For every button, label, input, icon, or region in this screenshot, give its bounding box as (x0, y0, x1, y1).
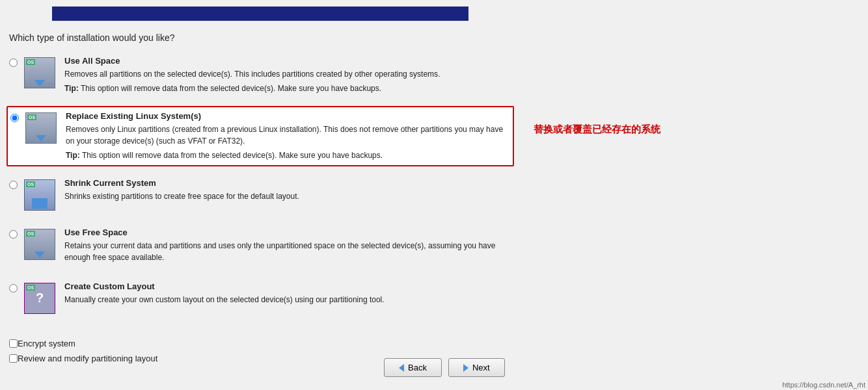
watermark: https://blog.csdn.net/A_rht (782, 381, 865, 389)
question-label: Which type of installation would you lik… (7, 32, 514, 43)
option-desc-use-free-space: Retains your current data and partitions… (64, 240, 510, 263)
icon-shrink-current: OS (23, 178, 57, 212)
encrypt-system-label[interactable]: Encrypt system (9, 339, 514, 348)
option-row-create-custom: OS?Create Custom LayoutManually create y… (7, 278, 514, 319)
option-title-shrink-current: Shrink Current System (64, 178, 510, 188)
back-arrow-icon (399, 364, 404, 372)
option-tip-replace-existing: Tip: This option will remove data from t… (66, 150, 509, 161)
option-title-create-custom: Create Custom Layout (64, 281, 510, 291)
main-container: Which type of installation would you lik… (0, 6, 521, 384)
radio-shrink-current[interactable] (9, 181, 18, 189)
icon-replace-existing: OS (24, 111, 58, 145)
annotation-text: 替换或者覆盖已经存在的系统 (534, 124, 660, 136)
option-row-use-all-space: OSUse All SpaceRemoves all partitions on… (7, 52, 514, 98)
option-desc-replace-existing: Removes only Linux partitions (created f… (66, 124, 509, 147)
options-container: OSUse All SpaceRemoves all partitions on… (7, 52, 514, 319)
radio-use-free-space[interactable] (9, 230, 18, 239)
radio-create-custom[interactable] (9, 284, 18, 292)
option-row-shrink-current: OSShrink Current SystemShrinks existing … (7, 174, 514, 216)
option-content-replace-existing: Replace Existing Linux System(s)Removes … (66, 111, 509, 161)
option-content-use-all-space: Use All SpaceRemoves all partitions on t… (64, 56, 510, 94)
option-desc-create-custom: Manually create your own custom layout o… (64, 294, 510, 306)
option-tip-use-all-space: Tip: This option will remove data from t… (64, 83, 510, 94)
option-desc-use-all-space: Removes all partitions on the selected d… (64, 68, 510, 80)
back-label: Back (408, 363, 427, 372)
option-content-create-custom: Create Custom LayoutManually create your… (64, 281, 510, 308)
icon-use-all-space: OS (23, 56, 57, 90)
buttons-row: Back Next (384, 358, 505, 377)
review-partitioning-text: Review and modify partitioning layout (18, 354, 157, 363)
back-button[interactable]: Back (384, 358, 442, 377)
next-button[interactable]: Next (448, 358, 505, 377)
next-label: Next (472, 363, 490, 372)
review-partitioning-checkbox[interactable] (9, 354, 18, 363)
option-title-use-all-space: Use All Space (64, 56, 510, 66)
option-content-shrink-current: Shrink Current SystemShrinks existing pa… (64, 178, 510, 205)
option-content-use-free-space: Use Free SpaceRetains your current data … (64, 228, 510, 266)
option-desc-shrink-current: Shrinks existing partitions to create fr… (64, 190, 510, 202)
encrypt-system-checkbox[interactable] (9, 339, 18, 348)
option-row-use-free-space: OSUse Free SpaceRetains your current dat… (7, 224, 514, 270)
radio-replace-existing[interactable] (10, 114, 19, 122)
icon-create-custom: OS? (23, 281, 57, 315)
option-title-replace-existing: Replace Existing Linux System(s) (66, 111, 509, 121)
next-arrow-icon (463, 364, 468, 372)
encrypt-system-text: Encrypt system (18, 339, 75, 348)
option-title-use-free-space: Use Free Space (64, 228, 510, 237)
option-row-replace-existing: OSReplace Existing Linux System(s)Remove… (7, 106, 514, 166)
radio-use-all-space[interactable] (9, 58, 18, 67)
progress-bar (52, 6, 468, 21)
icon-use-free-space: OS (23, 228, 57, 261)
